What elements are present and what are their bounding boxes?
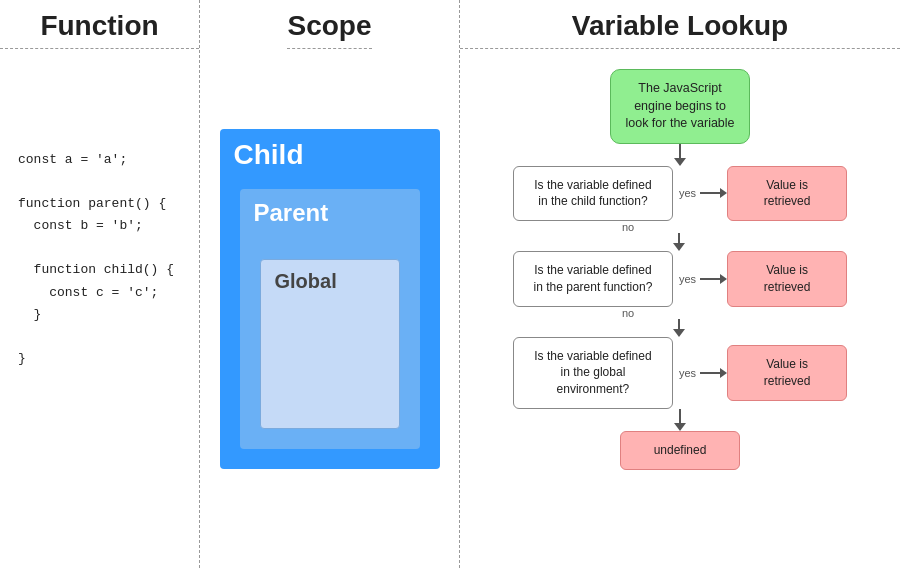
- yes-label-2: yes: [679, 273, 696, 285]
- scope-header: Scope: [287, 0, 371, 49]
- function-code: const a = 'a'; function parent() { const…: [0, 129, 199, 380]
- scope-global-label: Global: [275, 270, 337, 293]
- lookup-diagram: The JavaScript engine begins to look for…: [460, 59, 900, 480]
- main-container: Function const a = 'a'; function parent(…: [0, 0, 900, 568]
- flow-start-node: The JavaScript engine begins to look for…: [610, 69, 750, 144]
- decision1-row: Is the variable defined in the child fun…: [513, 166, 847, 222]
- scope-parent-label: Parent: [254, 199, 329, 227]
- decision2-box: Is the variable defined in the parent fu…: [513, 251, 673, 307]
- decision2-row: Is the variable defined in the parent fu…: [513, 251, 847, 307]
- function-header: Function: [0, 0, 199, 49]
- lookup-column: Variable Lookup The JavaScript engine be…: [460, 0, 900, 568]
- decision1-box: Is the variable defined in the child fun…: [513, 166, 673, 222]
- lookup-header: Variable Lookup: [460, 0, 900, 49]
- value-box-3: Value is retrieved: [727, 345, 847, 401]
- decision3-row: Is the variable defined in the global en…: [513, 337, 847, 409]
- scope-child-label: Child: [234, 139, 304, 171]
- scope-column: Scope Child Parent Global: [200, 0, 460, 568]
- scope-diagram: Child Parent Global: [220, 129, 440, 469]
- no-label-2: no: [622, 307, 634, 319]
- scope-global-box: Global: [260, 259, 400, 429]
- undefined-box: undefined: [620, 431, 740, 470]
- value-box-2: Value is retrieved: [727, 251, 847, 307]
- no-label-1: no: [622, 221, 634, 233]
- yes-label-1: yes: [679, 187, 696, 199]
- decision3-box: Is the variable defined in the global en…: [513, 337, 673, 409]
- value-box-1: Value is retrieved: [727, 166, 847, 222]
- yes-label-3: yes: [679, 367, 696, 379]
- function-column: Function const a = 'a'; function parent(…: [0, 0, 200, 568]
